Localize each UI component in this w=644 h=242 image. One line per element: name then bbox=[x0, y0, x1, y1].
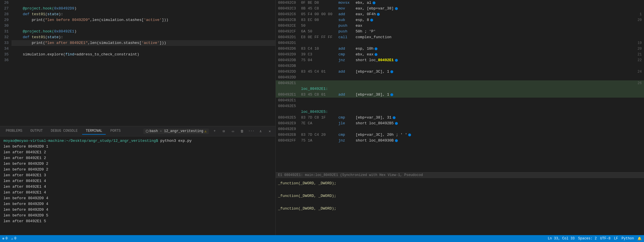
disasm-line: 080492CB83 EC 08subesp, 820 bbox=[276, 17, 644, 23]
terminal-panel: PROBLEMS OUTPUT DEBUG CONSOLE TERMINAL P… bbox=[0, 126, 275, 235]
disasm-line: 080492E97E CAjleshort loc_80492B5 bbox=[276, 121, 644, 126]
status-right: Ln 33, Col 33 Spaces: 2 UTF-8 LF Python … bbox=[548, 237, 642, 241]
terminal-line: len before 80492D9 4 bbox=[3, 195, 272, 201]
disasm-addr: 080492DB bbox=[278, 57, 301, 63]
terminal-content[interactable]: moyao@moyao-virtual-machine:~/Desktop/an… bbox=[0, 136, 275, 235]
code-line: 33 print("len after 80492E1",len(simulat… bbox=[0, 40, 275, 46]
disasm-ops: 50h ; 'P' bbox=[356, 29, 376, 34]
disasm-addr: 080492E9 bbox=[278, 126, 301, 132]
terminal-close-btn[interactable]: ✕ bbox=[266, 128, 273, 135]
disasm-mnem: movsx bbox=[338, 0, 356, 6]
disasm-mnem: jle bbox=[338, 121, 356, 126]
tab-output[interactable]: OUTPUT bbox=[27, 128, 46, 135]
disasm-bytes: 0F BE D8 bbox=[301, 0, 338, 6]
disasm-addr: 080492E1 bbox=[278, 92, 301, 98]
terminal-layout-btn[interactable]: ▭ bbox=[230, 128, 236, 135]
disasm-mnem: add bbox=[338, 11, 356, 17]
disasm-addr: 080492D6 bbox=[278, 46, 301, 52]
code-line: 27 @project.hook(0x80492D9) bbox=[0, 6, 275, 11]
disasm-right-num: 22 bbox=[635, 57, 642, 63]
terminal-line: len after 80492E1 4 bbox=[3, 178, 272, 184]
disasm-line: 080492D1E8 0E FF FF FFcallcomplex_functi… bbox=[276, 34, 644, 40]
disasm-bytes: 75 1A bbox=[301, 138, 338, 144]
token: simulation.explore( bbox=[14, 52, 65, 57]
disasm-addr: 080492D1 bbox=[278, 34, 301, 40]
disasm-mnem: add bbox=[338, 46, 356, 52]
tab-problems[interactable]: PROBLEMS bbox=[2, 128, 26, 135]
disasm-line: 080492C00F BE D8movsxebx, al bbox=[276, 0, 644, 6]
line-number: 31 bbox=[0, 29, 11, 34]
disasm-line: 080492E5 bbox=[276, 103, 644, 109]
add-terminal-btn[interactable]: + bbox=[211, 128, 218, 135]
disasm-line: 080492FF75 1Ajnzshort loc_804930B bbox=[276, 138, 644, 144]
code-line: 31 @project.hook(0x80492E1) bbox=[0, 29, 275, 34]
disasm-ops: esp, 10h bbox=[356, 46, 373, 52]
bash-label: ⬡ bash - 12_angr_veritesting ⚠ bbox=[143, 129, 209, 134]
disasm-ops: [ebp+var_3C], 1 bbox=[356, 69, 389, 75]
code-lines: 2627 @project.hook(0x80492D9)28 def test… bbox=[0, 0, 275, 126]
disasm-addr: 080492DB bbox=[278, 63, 301, 69]
status-warnings[interactable]: ⚠ 0 bbox=[11, 237, 16, 241]
disasm-line: loc_80492E5: bbox=[276, 109, 644, 115]
line-number: 30 bbox=[0, 23, 11, 29]
dot-blue bbox=[375, 53, 377, 56]
disasm-ops: eax bbox=[356, 23, 362, 29]
disasm-addr: 080492DD bbox=[278, 69, 301, 75]
disasm-addr: 080492C0 bbox=[278, 0, 301, 6]
disasm-content[interactable]: 080492C00F BE D8movsxebx, al080492C38B 4… bbox=[276, 0, 644, 172]
cursor-position[interactable]: Ln 33, Col 33 bbox=[548, 237, 575, 241]
disasm-ops: short loc_80492B5 bbox=[356, 121, 394, 126]
disasm-addr: 080492E1 bbox=[278, 80, 301, 86]
disasm-line: 080492C38B 45 C8moveax, [ebp+var_38] bbox=[276, 6, 644, 11]
token: 0x80492E1 bbox=[54, 29, 74, 34]
line-ending-indicator[interactable]: LF bbox=[614, 237, 618, 241]
pseudo-line: _function(_DWORD, _DWORD); bbox=[278, 193, 642, 199]
token: def bbox=[14, 12, 32, 16]
terminal-line: len before 80492D9 5 bbox=[3, 213, 272, 218]
disasm-label: loc_80492E5: bbox=[301, 109, 328, 115]
bell-icon[interactable]: 🔔 bbox=[637, 237, 642, 241]
error-icon: ⊗ bbox=[2, 237, 4, 241]
status-errors[interactable]: ⊗ 0 bbox=[2, 237, 7, 241]
token: print( bbox=[14, 18, 45, 22]
disasm-info-bar: E1 080492E1: main:loc_80492E1 (Synchroni… bbox=[276, 172, 644, 178]
tab-ports[interactable]: PORTS bbox=[107, 128, 124, 135]
disasm-addr: 080492EB bbox=[278, 132, 301, 138]
disasm-bytes: 39 C3 bbox=[301, 52, 338, 57]
error-count: 0 bbox=[5, 237, 7, 241]
token: "len before 80492D9" bbox=[45, 18, 90, 22]
pseudo-fn: _function(_DWORD, _DWORD); bbox=[278, 206, 336, 211]
terminal-line: len after 80492E1 4 bbox=[3, 184, 272, 190]
disasm-line: 080492DD bbox=[276, 75, 644, 80]
terminal-chevron-up-btn[interactable]: ∧ bbox=[257, 128, 264, 135]
dot-blue bbox=[393, 116, 396, 119]
disasm-addr: 080492E5 bbox=[278, 103, 301, 109]
disasm-bytes: E8 0E FF FF FF bbox=[301, 34, 338, 40]
language-indicator[interactable]: Python bbox=[622, 237, 634, 241]
terminal-more-btn[interactable]: ··· bbox=[248, 128, 255, 135]
dot-blue bbox=[408, 133, 411, 136]
disasm-addr: 080492E5 bbox=[278, 115, 301, 121]
pseudo-fn: _function(_DWORD, _DWORD); bbox=[278, 181, 336, 185]
line-number: 28 bbox=[0, 11, 11, 17]
code-line: 30 bbox=[0, 23, 275, 29]
tab-terminal[interactable]: TERMINAL bbox=[82, 128, 106, 135]
encoding-indicator[interactable]: UTF-8 bbox=[600, 237, 610, 241]
token: ,len(simulation.stashes[ bbox=[88, 41, 141, 45]
token: ): bbox=[59, 12, 63, 16]
line-number: 26 bbox=[0, 0, 11, 6]
line-content: print("len after 80492E1",len(simulation… bbox=[11, 40, 275, 46]
spaces-indicator[interactable]: Spaces: 2 bbox=[578, 237, 597, 241]
terminal-trash-btn[interactable]: 🗑 bbox=[239, 128, 246, 135]
pseudo-line: _function(_DWORD, _DWORD); bbox=[278, 180, 642, 187]
disasm-ops: short loc_804930B bbox=[356, 138, 394, 144]
code-line: 34 bbox=[0, 46, 275, 52]
tab-debug-console[interactable]: DEBUG CONSOLE bbox=[47, 128, 81, 135]
pseudo-line: _function(_DWORD, _DWORD); bbox=[278, 206, 642, 212]
terminal-split-btn[interactable]: ⊟ bbox=[220, 128, 227, 135]
disasm-bytes: 75 04 bbox=[301, 57, 338, 63]
disasm-ops: ebx, eax bbox=[356, 52, 373, 57]
disasm-line: 080492E183 45 C8 01add[ebp+var_38], 1 bbox=[276, 92, 644, 98]
disasm-addr: 080492CF bbox=[278, 29, 301, 34]
disasm-right-num: 20 bbox=[635, 46, 642, 52]
